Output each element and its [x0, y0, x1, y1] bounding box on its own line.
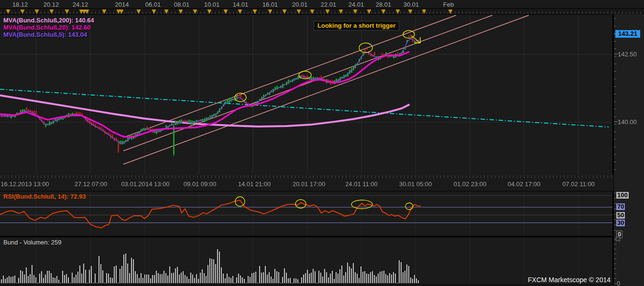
- candle-body: [366, 48, 368, 50]
- volume-bar: [188, 279, 189, 283]
- volume-bar: [360, 266, 361, 283]
- volume-bar: [376, 276, 377, 283]
- channel-trendline[interactable]: [123, 15, 492, 151]
- rsi-canvas[interactable]: [0, 191, 613, 236]
- volume-bar: [324, 269, 325, 283]
- volume-bar: [251, 273, 252, 283]
- volume-bar: [58, 280, 59, 283]
- downtrend-line[interactable]: [0, 89, 609, 127]
- volume-bar: [79, 265, 80, 283]
- volume-bar: [244, 279, 245, 283]
- volume-bar: [148, 275, 149, 283]
- volume-bar: [217, 249, 218, 283]
- volume-bar: [227, 274, 228, 283]
- volume-bar: [32, 265, 33, 283]
- volume-bar: [106, 273, 107, 283]
- x-axis-strip[interactable]: 16.12.2013 13:0027.12 07:0003.01.2014 13…: [0, 175, 613, 191]
- timeline-date-label: 16.01: [262, 1, 278, 8]
- channel-trendline[interactable]: [123, 15, 456, 138]
- chart-text-annotation[interactable]: Looking for a short trigger: [314, 21, 399, 31]
- volume-bar: [378, 274, 379, 283]
- volume-bar: [97, 283, 98, 284]
- highlight-circle[interactable]: [359, 43, 372, 53]
- price-axis-column[interactable]: 143.21 142.50140.00 1007050300 0: [613, 14, 644, 286]
- volume-bar: [406, 265, 407, 283]
- volume-bar: [339, 269, 340, 283]
- volume-bar: [89, 270, 90, 283]
- volume-bar: [399, 260, 400, 283]
- highlight-circle[interactable]: [235, 197, 245, 206]
- volume-bar: [196, 274, 197, 283]
- volume-bar: [259, 266, 260, 283]
- timeline-ruler[interactable]: [0, 8, 644, 14]
- volume-bar: [219, 252, 220, 283]
- volume-bar: [135, 271, 136, 283]
- volume-bar: [108, 274, 109, 283]
- rsi-line[interactable]: [0, 200, 421, 228]
- volume-bar: [301, 277, 302, 283]
- timeline-date-label: 22.01: [321, 1, 337, 8]
- volume-bar: [401, 262, 402, 283]
- volume-bar: [309, 274, 310, 283]
- timeline-date-label: 14.01: [233, 1, 249, 8]
- x-axis-date-label: 01.02 23:00: [454, 180, 487, 188]
- volume-bar: [43, 278, 44, 283]
- candles-layer[interactable]: [1, 34, 419, 157]
- timeline-date-label: 20.12: [44, 1, 59, 8]
- price-chart-canvas[interactable]: [0, 15, 613, 175]
- volume-bar: [98, 256, 99, 283]
- candle-body: [148, 127, 150, 129]
- candle-body: [20, 110, 22, 113]
- volume-bar: [246, 283, 247, 284]
- volume-bar: [364, 271, 365, 283]
- volume-bar: [123, 254, 124, 283]
- volume-bar: [263, 272, 264, 283]
- volume-bar: [374, 275, 375, 283]
- channel-trendline[interactable]: [123, 15, 529, 164]
- volume-bar: [370, 272, 371, 283]
- volume-bar: [158, 273, 159, 283]
- volume-bar: [131, 258, 132, 283]
- candle-body: [26, 107, 27, 110]
- rsi-axis-label: 50: [616, 212, 625, 219]
- timeline-bar[interactable]: 18.1220.1224.12201406.0108.0110.0114.011…: [0, 0, 644, 14]
- volume-bar: [236, 277, 237, 283]
- volume-bar: [299, 283, 300, 284]
- volume-bar: [276, 271, 277, 283]
- fxcm-marketscope-window: 18.1220.1224.12201406.0108.0110.0114.011…: [0, 0, 644, 286]
- volume-bars-layer[interactable]: [1, 249, 419, 283]
- volume-bar: [295, 278, 296, 283]
- volume-bar: [167, 275, 168, 283]
- volume-bar: [121, 266, 122, 283]
- price-tick-label: 142.50: [618, 51, 637, 58]
- volume-bar: [49, 271, 50, 283]
- volume-bar: [345, 272, 346, 283]
- volume-bar: [60, 283, 61, 284]
- volume-bar: [294, 278, 295, 283]
- volume-panel[interactable]: Bund - Volumen: 259 FXCM Marketscope © 2…: [0, 237, 613, 285]
- volume-bar: [383, 271, 384, 283]
- candle-body: [227, 99, 228, 102]
- price-chart-panel[interactable]: MVA(Bund.Schluß,200): 140.64 MVA(Bund.Sc…: [0, 14, 613, 175]
- volume-bar: [242, 277, 243, 283]
- volume-bar: [137, 274, 138, 283]
- volume-bar: [190, 273, 191, 283]
- volume-bar: [368, 274, 369, 283]
- rsi-panel[interactable]: RSI(Bund.Schluß, 14): 72.93: [0, 191, 613, 237]
- volume-bar: [171, 273, 172, 283]
- x-axis-date-label: 14.01 21:00: [238, 180, 271, 188]
- x-axis-date-label: 04.02 17:00: [508, 180, 541, 188]
- volume-legend-label: Bund - Volumen: 259: [3, 239, 61, 246]
- volume-bar: [87, 283, 88, 284]
- volume-bar: [211, 259, 212, 283]
- volume-bar: [320, 273, 321, 283]
- panel-resize-handle-icon[interactable]: [616, 237, 620, 241]
- volume-bar: [334, 279, 335, 283]
- volume-bar: [351, 268, 352, 283]
- volume-bar: [93, 283, 94, 284]
- volume-bar: [393, 272, 394, 283]
- volume-bar: [416, 278, 417, 283]
- volume-canvas[interactable]: [0, 237, 613, 285]
- rsi-axis-label: 70: [616, 203, 625, 210]
- timeline-date-label: 06.01: [145, 1, 161, 8]
